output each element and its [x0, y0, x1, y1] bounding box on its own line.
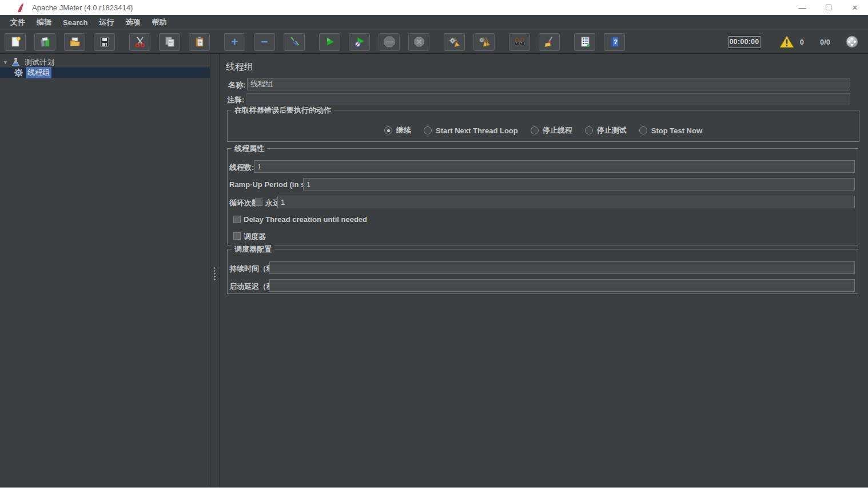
clear-button[interactable] — [444, 33, 465, 51]
new-file-icon — [10, 36, 21, 47]
test-plan-flask-icon — [11, 58, 21, 67]
jmeter-feather-icon — [16, 2, 25, 13]
sampler-error-action-title: 在取样器错误后要执行的动作 — [232, 105, 334, 116]
name-input[interactable] — [247, 78, 850, 90]
radio-start-next-thread-loop[interactable]: Start Next Thread Loop — [424, 126, 518, 135]
function-helper-button[interactable] — [574, 33, 595, 51]
plus-icon: + — [231, 36, 238, 47]
minus-icon: − — [261, 36, 268, 47]
forever-checkbox[interactable] — [255, 199, 262, 206]
floppy-save-icon — [99, 36, 110, 47]
toggle-button[interactable] — [284, 33, 305, 51]
tree-item-label[interactable]: 线程组 — [26, 67, 51, 78]
comment-input[interactable] — [246, 93, 850, 105]
stop-sign-icon: STOP — [383, 35, 396, 48]
shutdown-octagon-icon — [413, 36, 425, 47]
menu-run[interactable]: 运行 — [93, 17, 120, 27]
title-bar: Apache JMeter (4.0 r1823414) — ✕ — [0, 0, 868, 15]
startup-delay-input[interactable] — [269, 279, 855, 292]
close-button[interactable]: ✕ — [842, 0, 868, 15]
radio-icon[interactable] — [639, 126, 647, 134]
clipboard-paste-icon — [194, 36, 205, 47]
toolbar-status-cluster: 00:00:00 0 0/0 — [728, 35, 868, 49]
save-button[interactable] — [94, 33, 115, 51]
stop-button: STOP — [379, 33, 400, 51]
remote-status-sphere-icon — [845, 35, 859, 49]
stop-label: STOP — [385, 41, 393, 44]
green-play-icon — [324, 36, 336, 47]
minimize-button[interactable]: — — [789, 0, 815, 15]
panel-splitter[interactable] — [210, 54, 220, 487]
radio-stop-test[interactable]: 停止测试 — [585, 125, 627, 136]
tree-expand-caret-icon[interactable] — [3, 59, 10, 65]
broom-icon — [544, 36, 555, 47]
tree-item-thread-group[interactable]: 线程组 — [0, 68, 210, 78]
delay-thread-creation-checkbox[interactable] — [233, 216, 241, 223]
radio-icon[interactable] — [585, 126, 593, 134]
active-thread-ratio: 0/0 — [820, 38, 830, 46]
search-reset-button[interactable] — [539, 33, 560, 51]
binoculars-icon — [513, 36, 526, 47]
tree-item-test-plan[interactable]: 测试计划 — [0, 57, 210, 68]
test-duration-timer: 00:00:00 — [728, 36, 761, 48]
new-test-plan-button[interactable] — [5, 33, 26, 51]
menu-options[interactable]: 选项 — [120, 17, 146, 27]
rampup-input[interactable] — [303, 178, 855, 191]
search-button[interactable] — [509, 33, 530, 51]
radio-continue[interactable]: 继续 — [384, 125, 411, 136]
shutdown-button — [408, 33, 429, 51]
menu-file[interactable]: 文件 — [5, 17, 31, 27]
start-no-timers-button[interactable] — [349, 33, 370, 51]
threads-input[interactable] — [254, 160, 855, 173]
play-no-timers-icon — [354, 36, 365, 47]
help-button[interactable]: ? — [604, 33, 625, 51]
expand-add-button[interactable]: + — [224, 33, 245, 51]
radio-icon[interactable] — [424, 126, 432, 134]
splitter-grip-icon[interactable] — [213, 267, 216, 281]
loop-count-input[interactable] — [277, 196, 855, 208]
scissors-icon — [134, 36, 146, 47]
scheduler-checkbox[interactable] — [233, 232, 241, 240]
copy-button[interactable] — [159, 33, 180, 51]
thread-group-gear-icon — [14, 68, 23, 77]
gears-brooms-icon — [479, 36, 490, 47]
tree-item-label[interactable]: 测试计划 — [23, 57, 56, 68]
toggle-arrows-icon — [289, 36, 300, 47]
radio-icon[interactable] — [531, 126, 539, 134]
start-button[interactable] — [319, 33, 340, 51]
menu-edit[interactable]: 编辑 — [31, 17, 57, 27]
test-plan-tree: 测试计划 线程组 — [0, 54, 210, 487]
radio-stop-thread[interactable]: 停止线程 — [531, 125, 572, 136]
open-folder-icon — [69, 36, 81, 47]
scheduler-config-title: 调度器配置 — [232, 244, 274, 255]
menu-help[interactable]: 帮助 — [146, 17, 172, 27]
radio-icon[interactable] — [384, 126, 392, 134]
comment-label: 注释: — [227, 95, 244, 105]
paste-button[interactable] — [189, 33, 210, 51]
log-error-count: 0 — [800, 38, 804, 46]
menu-bar: 文件 编辑 Search 运行 选项 帮助 — [0, 15, 868, 30]
thread-properties-title: 线程属性 — [232, 144, 267, 154]
warning-triangle-icon[interactable] — [779, 35, 795, 49]
sampler-error-action-group: 在取样器错误后要执行的动作 继续 Start Next Thread Loop … — [227, 110, 859, 142]
threads-label: 线程数: — [229, 162, 254, 173]
maximize-button[interactable] — [815, 0, 842, 15]
radio-stop-test-now[interactable]: Stop Test Now — [639, 126, 702, 135]
scheduler-config-group: 调度器配置 持续时间（秒） 启动延迟（秒） — [227, 249, 858, 294]
templates-button[interactable] — [34, 33, 55, 51]
content-area: 测试计划 线程组 线程组 名称: 注释: — [0, 54, 868, 487]
name-label: 名称: — [228, 80, 245, 90]
copy-icon — [164, 36, 176, 47]
thread-properties-group: 线程属性 线程数: Ramp-Up Period (in seconds): 循… — [227, 148, 858, 245]
cut-button[interactable] — [129, 33, 150, 51]
scheduler-label: 调度器 — [244, 232, 266, 242]
delay-thread-creation-label: Delay Thread creation until needed — [244, 215, 367, 224]
clear-all-button[interactable] — [473, 33, 495, 51]
help-book-icon: ? — [609, 36, 620, 47]
menu-search[interactable]: Search — [57, 18, 93, 27]
duration-input[interactable] — [269, 261, 855, 274]
open-button[interactable] — [64, 33, 85, 51]
toolbar: + − STOP — [0, 30, 868, 54]
gear-broom-icon — [449, 36, 460, 47]
collapse-remove-button[interactable]: − — [254, 33, 275, 51]
